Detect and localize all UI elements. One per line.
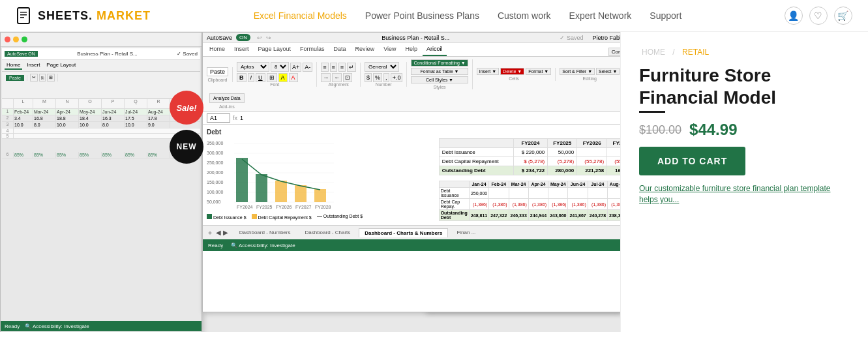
outdent-btn[interactable]: ← — [332, 73, 342, 82]
cell-pct-p[interactable]: 85% — [102, 152, 125, 158]
formula-input[interactable] — [240, 115, 620, 121]
tab-aricoil[interactable]: Aricoil — [423, 44, 447, 56]
cell-di-fy27[interactable] — [607, 148, 620, 157]
font-grow-btn[interactable]: A+ — [290, 63, 301, 72]
monthly-di-mar[interactable] — [509, 188, 528, 199]
site-logo[interactable]: SHEETS.MARKET — [16, 7, 151, 25]
cell-r2[interactable]: 17.8 — [147, 115, 170, 121]
cell-row4[interactable] — [14, 128, 200, 133]
select-btn[interactable]: Select ▼ — [596, 68, 620, 75]
tab-data[interactable]: Data — [330, 44, 350, 56]
cell-di-fy25[interactable]: 50,000 — [548, 148, 577, 157]
cell-m2[interactable]: 16.8 — [33, 115, 56, 121]
comments-btn[interactable]: Comments — [608, 44, 620, 56]
monthly-od-mar[interactable]: 246,333 — [509, 210, 528, 221]
wrap-btn[interactable]: ↵ — [347, 63, 356, 72]
monthly-di-jul[interactable] — [588, 188, 607, 199]
add-sheet-btn[interactable]: ＋ — [207, 228, 213, 237]
monthly-dcp-feb[interactable]: (1,386) — [489, 199, 509, 210]
bold-btn[interactable]: B — [237, 73, 247, 82]
cell-n3[interactable]: 10.0 — [56, 122, 79, 128]
cell-ref[interactable]: A1 — [207, 113, 230, 123]
cell-pct-m[interactable]: 85% — [33, 152, 56, 158]
cell-dcp-fy26[interactable]: (55,278) — [577, 157, 607, 166]
cell-styles-btn[interactable]: Cell Styles ▼ — [411, 76, 468, 83]
cell-l3[interactable]: 10.0 — [14, 122, 33, 128]
align-left-btn[interactable]: ≡ — [321, 63, 328, 72]
font-shrink-btn[interactable]: A- — [303, 63, 312, 72]
tab-view[interactable]: View — [380, 44, 400, 56]
redo-icon[interactable]: ↪ — [266, 35, 271, 41]
cell-q2[interactable]: 17.5 — [125, 115, 147, 121]
cell-l2[interactable]: 3.4 — [14, 115, 33, 121]
comma-btn[interactable]: , — [383, 73, 389, 82]
sheet-dashboard-numbers[interactable]: Dashboard - Numbers — [233, 228, 297, 237]
cell-o3[interactable]: 10.0 — [79, 122, 102, 128]
cell-di-fy24[interactable]: $ 220,000 — [513, 148, 548, 157]
cell-od-fy24[interactable]: $ 234,722 — [513, 166, 548, 175]
cell-l1[interactable]: Feb-24 — [14, 109, 33, 115]
merge-btn[interactable]: ⊡ — [343, 73, 352, 82]
cell-pct-q[interactable]: 85% — [125, 152, 147, 158]
left-copy-btn[interactable]: ⎘ — [39, 74, 46, 82]
autosave-toggle[interactable]: ON — [236, 34, 250, 41]
cell-m1[interactable]: Mar-24 — [33, 109, 56, 115]
cell-od-fy27[interactable]: 166,390 — [607, 166, 620, 175]
monthly-dcp-jun[interactable]: (1,386) — [568, 199, 588, 210]
monthly-dcp-apr[interactable]: (1,386) — [528, 199, 548, 210]
sheet-dashboard-charts-numbers[interactable]: Dashboard - Charts & Numbers — [359, 228, 448, 237]
product-description[interactable]: Our customizable furniture store financi… — [639, 183, 850, 205]
cell-m3[interactable]: 8.0 — [33, 122, 56, 128]
align-right-btn[interactable]: ≡ — [338, 63, 346, 72]
tab-insert[interactable]: Insert — [230, 44, 253, 56]
cell-od-fy25[interactable]: 280,000 — [548, 166, 577, 175]
wishlist-icon-btn[interactable]: ♡ — [809, 7, 828, 25]
monthly-dcp-aug[interactable]: (1,386) — [608, 199, 620, 210]
monthly-di-aug[interactable] — [608, 188, 620, 199]
nav-expert-network[interactable]: Expert Network — [569, 10, 632, 21]
currency-btn[interactable]: $ — [365, 73, 372, 82]
cell-di-fy26[interactable] — [577, 148, 607, 157]
number-format-select[interactable]: General — [365, 62, 399, 72]
left-tab-home[interactable]: Home — [5, 61, 22, 70]
cell-r1[interactable]: Aug-24 — [147, 109, 170, 115]
max-dot[interactable] — [22, 37, 27, 42]
insert-btn[interactable]: Insert ▼ — [477, 68, 499, 75]
cell-o2[interactable]: 18.4 — [79, 115, 102, 121]
undo-icon[interactable]: ↩ — [257, 35, 262, 41]
italic-btn[interactable]: I — [248, 73, 255, 82]
delete-btn[interactable]: Delete ▼ — [500, 68, 524, 75]
monthly-dcp-jul[interactable]: (1,386) — [588, 199, 607, 210]
sheet-dashboard-charts[interactable]: Dashboard - Charts — [299, 228, 356, 237]
monthly-od-may[interactable]: 243,660 — [548, 210, 568, 221]
font-size-select[interactable]: 8 — [271, 62, 289, 72]
cell-pct-o[interactable]: 85% — [79, 152, 102, 158]
cell-pct-r[interactable]: 85% — [147, 152, 170, 158]
cell-p1[interactable]: Jun-24 — [102, 109, 125, 115]
cell-p3[interactable]: 8.0 — [102, 122, 125, 128]
tab-page-layout[interactable]: Page Layout — [254, 44, 295, 56]
cell-q1[interactable]: Jul-24 — [125, 109, 147, 115]
align-center-btn[interactable]: ≡ — [330, 63, 337, 72]
analyze-data-btn[interactable]: Analyze Data — [209, 93, 245, 103]
paste-btn[interactable]: Paste — [207, 67, 228, 76]
nav-support[interactable]: Support — [650, 10, 681, 21]
monthly-dcp-jan[interactable]: (1,386) — [469, 199, 488, 210]
left-paste-btn[interactable]: Paste — [6, 75, 24, 81]
percent-btn[interactable]: % — [373, 73, 382, 82]
breadcrumb-category[interactable]: RETAIL — [682, 48, 709, 57]
nav-custom-work[interactable]: Custom work — [498, 10, 551, 21]
monthly-od-jun[interactable]: 241,867 — [568, 210, 588, 221]
breadcrumb-home[interactable]: HOME — [642, 48, 665, 57]
cart-icon-btn[interactable]: 🛒 — [834, 7, 852, 25]
monthly-di-apr[interactable] — [528, 188, 548, 199]
format-btn[interactable]: Format ▼ — [526, 68, 551, 75]
nav-excel-models[interactable]: Excel Financial Models — [254, 10, 347, 21]
cell-n1[interactable]: Apr-24 — [56, 109, 79, 115]
cell-n2[interactable]: 18.8 — [56, 115, 79, 121]
left-tab-layout[interactable]: Page Layout — [44, 61, 78, 70]
monthly-od-aug[interactable]: 238,369 — [608, 210, 620, 221]
tab-review[interactable]: Review — [352, 44, 379, 56]
cell-dcp-fy27[interactable]: (55,278) — [607, 157, 620, 166]
left-cut-btn[interactable]: ✂ — [30, 74, 38, 82]
